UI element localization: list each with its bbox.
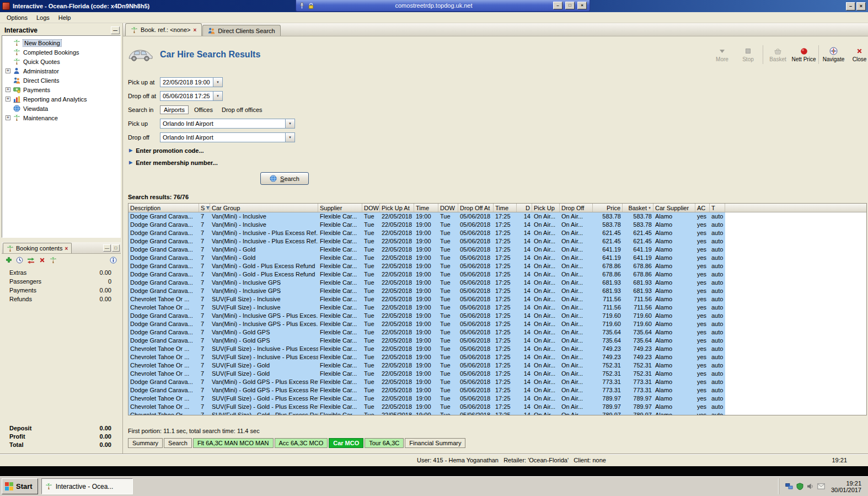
- window-close-button[interactable]: ×: [856, 2, 866, 10]
- result-row[interactable]: Dodge Grand Carava...7Van(Mini) - Inclus…: [128, 229, 725, 237]
- column-header-basket-14[interactable]: Basket▼: [623, 204, 653, 212]
- result-row[interactable]: Chevrolet Tahoe Or ...7SUV(Full Size) - …: [128, 361, 725, 370]
- column-header-dow-7[interactable]: DOW: [438, 204, 458, 212]
- toolbar-nett-price-button[interactable]: Nett Price: [791, 45, 817, 64]
- pickup-at-combo[interactable]: 22/05/2018 19:00 ▼: [160, 77, 223, 87]
- promotion-code-expander[interactable]: ▶ Enter promotion code...: [129, 146, 868, 154]
- result-row[interactable]: Dodge Grand Carava...7Van(Mini) - Gold G…: [128, 386, 725, 394]
- result-row[interactable]: Dodge Grand Carava...7Van(Mini) - Gold -…: [128, 262, 725, 270]
- result-row[interactable]: Dodge Grand Carava...7Van(Mini) - Inclus…: [128, 221, 725, 229]
- sidebar-item-administrator[interactable]: +Administrator: [2, 66, 120, 76]
- column-header-time-9[interactable]: Time: [494, 204, 517, 212]
- column-header-t-17[interactable]: T: [710, 204, 725, 212]
- result-row[interactable]: Dodge Grand Carava...7Van(Mini) - GoldFl…: [128, 254, 725, 262]
- tray-shield-icon[interactable]: [796, 483, 803, 490]
- result-row[interactable]: Chevrolet Tahoe Or ...7SUV(Full Size) - …: [128, 403, 725, 411]
- chevron-down-icon[interactable]: ▼: [213, 92, 222, 100]
- tab-direct-clients-search[interactable]: Direct Clients Search: [202, 25, 280, 36]
- expand-plus-icon[interactable]: +: [6, 115, 10, 120]
- search-button[interactable]: Search: [260, 172, 309, 185]
- chevron-down-icon[interactable]: ▼: [213, 78, 222, 87]
- toolbar-more-button[interactable]: More: [709, 45, 735, 64]
- column-header-price-13[interactable]: Price: [593, 204, 623, 212]
- menu-item-logs[interactable]: Logs: [32, 13, 54, 22]
- rdp-minimize-button[interactable]: –: [553, 2, 562, 9]
- rdp-close-button[interactable]: ×: [577, 2, 587, 9]
- tray-volume-icon[interactable]: [807, 483, 814, 490]
- booking-contents-tab[interactable]: Booking contents ×: [3, 243, 72, 253]
- sidebar-item-reporting-and-analytics[interactable]: +Reporting and Analytics: [2, 94, 120, 104]
- sidebar-item-direct-clients[interactable]: Direct Clients: [2, 76, 120, 85]
- menu-item-help[interactable]: Help: [54, 13, 76, 22]
- window-minimize-button[interactable]: –: [846, 2, 855, 10]
- bottom-tab-financial-summary[interactable]: Financial Summary: [405, 438, 465, 448]
- column-header-dow-4[interactable]: DOW: [362, 204, 380, 212]
- rdp-restore-button[interactable]: □: [565, 2, 575, 9]
- column-header-s-1[interactable]: S: [199, 204, 210, 212]
- membership-number-expander[interactable]: ▶ Enter membership number...: [129, 158, 868, 167]
- panel-maximize-button[interactable]: □: [112, 244, 120, 252]
- result-row[interactable]: Chevrolet Tahoe Or ...7SUV(Full Size) - …: [128, 353, 725, 361]
- expand-plus-icon[interactable]: +: [6, 97, 10, 102]
- search-in-tab-drop-off-offices[interactable]: Drop off offices: [218, 106, 266, 114]
- add-icon[interactable]: [6, 257, 12, 263]
- transfer-icon[interactable]: [27, 257, 35, 264]
- result-row[interactable]: Dodge Grand Carava...7Van(Mini) - Inclus…: [128, 287, 725, 295]
- search-in-tab-airports[interactable]: Airports: [160, 105, 189, 114]
- result-row[interactable]: Chevrolet Tahoe Or ...7SUV(Full Size) - …: [128, 411, 725, 415]
- column-header-car-supplier-15[interactable]: Car Supplier: [653, 204, 695, 212]
- result-row[interactable]: Dodge Grand Carava...7Van(Mini) - GoldFl…: [128, 246, 725, 254]
- palm-tree-icon[interactable]: [50, 257, 57, 264]
- sidebar-item-quick-quotes[interactable]: Quick Quotes: [2, 57, 120, 66]
- sidebar-item-maintenance[interactable]: +Maintenance: [2, 113, 120, 122]
- result-row[interactable]: Chevrolet Tahoe Or ...7SUV(Full Size) - …: [128, 345, 725, 353]
- column-header-supplier-3[interactable]: Supplier: [318, 204, 362, 212]
- sidebar-item-payments[interactable]: +Payments: [2, 85, 120, 94]
- bottom-tab-summary[interactable]: Summary: [128, 438, 163, 448]
- sidebar-item-new-booking[interactable]: New Booking: [2, 38, 120, 47]
- result-row[interactable]: Chevrolet Tahoe Or ...7SUV(Full Size) - …: [128, 295, 725, 303]
- result-row[interactable]: Dodge Grand Carava...7Van(Mini) - Gold G…: [128, 378, 725, 386]
- result-row[interactable]: Dodge Grand Carava...7Van(Mini) - Gold -…: [128, 270, 725, 279]
- result-row[interactable]: Dodge Grand Carava...7Van(Mini) - Inclus…: [128, 212, 725, 221]
- result-row[interactable]: Dodge Grand Carava...7Van(Mini) - Inclus…: [128, 312, 725, 320]
- column-header-description-0[interactable]: Description: [128, 204, 199, 212]
- column-header-car-group-2[interactable]: Car Group: [210, 204, 318, 212]
- expand-plus-icon[interactable]: +: [6, 87, 10, 92]
- sidebar-item-completed-bookings[interactable]: Completed Bookings: [2, 47, 120, 57]
- result-row[interactable]: Dodge Grand Carava...7Van(Mini) - Gold G…: [128, 337, 725, 345]
- chevron-down-icon[interactable]: ▼: [285, 133, 294, 142]
- bottom-tab-car-mco[interactable]: Car MCO: [329, 438, 363, 448]
- tab-close-icon[interactable]: ×: [194, 27, 197, 33]
- column-header-ac-16[interactable]: AC: [695, 204, 710, 212]
- panel-collapse-button[interactable]: —: [111, 26, 120, 34]
- tray-mail-icon[interactable]: [817, 483, 825, 489]
- delete-icon[interactable]: [39, 257, 46, 264]
- toolbar-navigate-button[interactable]: Navigate: [821, 45, 846, 64]
- toolbar-basket-button[interactable]: Basket: [765, 45, 791, 64]
- column-header-pick-up-11[interactable]: Pick Up: [532, 204, 560, 212]
- panel-minimize-button[interactable]: —: [103, 244, 111, 252]
- close-panel-icon[interactable]: ×: [65, 246, 68, 252]
- column-header-pick-up-at-5[interactable]: Pick Up At: [380, 204, 414, 212]
- start-button[interactable]: Start: [2, 478, 38, 494]
- info-icon[interactable]: [110, 257, 117, 264]
- result-row[interactable]: Dodge Grand Carava...7Van(Mini) - Inclus…: [128, 320, 725, 328]
- chevron-down-icon[interactable]: ▼: [285, 119, 294, 128]
- dropoff-combo[interactable]: Orlando Intl Airport ▼: [160, 132, 295, 142]
- result-row[interactable]: Chevrolet Tahoe Or ...7SUV(Full Size) - …: [128, 370, 725, 378]
- taskbar-task-interactive[interactable]: Interactive - Ocea...: [41, 478, 133, 494]
- toolbar-close-button[interactable]: Close: [846, 45, 868, 64]
- bottom-tab-search[interactable]: Search: [164, 438, 192, 448]
- pin-icon[interactable]: [299, 2, 305, 9]
- search-in-tab-offices[interactable]: Offices: [191, 106, 216, 114]
- bottom-tab-tour-6a-3c[interactable]: Tour 6A,3C: [365, 438, 404, 448]
- bottom-tab-acc-6a-3c-mco[interactable]: Acc 6A,3C MCO: [275, 438, 328, 448]
- dropoff-at-combo[interactable]: 05/06/2018 17:25 ▼: [160, 91, 223, 101]
- result-row[interactable]: Chevrolet Tahoe Or ...7SUV(Full Size) - …: [128, 303, 725, 312]
- result-row[interactable]: Chevrolet Tahoe Or ...7SUV(Full Size) - …: [128, 394, 725, 403]
- expand-plus-icon[interactable]: +: [6, 68, 10, 73]
- menu-item-options[interactable]: Options: [2, 13, 32, 22]
- history-icon[interactable]: [16, 257, 23, 264]
- column-header-drop-off-12[interactable]: Drop Off: [560, 204, 593, 212]
